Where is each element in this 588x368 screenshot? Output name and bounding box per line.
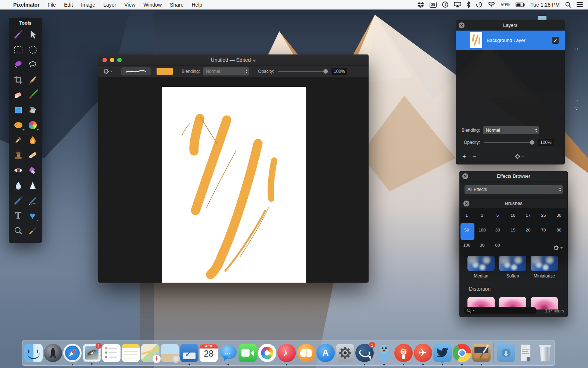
brush-stroke-preview[interactable] — [121, 67, 151, 75]
dock-trash[interactable] — [536, 344, 554, 362]
brush-size-5[interactable]: 5 — [490, 212, 505, 217]
quill-pen-tool[interactable] — [27, 74, 39, 86]
dock-preview[interactable] — [161, 344, 179, 362]
dock-twitter[interactable] — [433, 344, 452, 362]
dock-notes[interactable] — [122, 344, 140, 362]
dock-chrome[interactable] — [453, 344, 471, 362]
smudge-tool[interactable] — [12, 134, 24, 146]
magic-wand-tool[interactable] — [12, 29, 24, 40]
layers-close-icon[interactable]: ✕ — [459, 22, 465, 28]
polygonal-lasso-tool[interactable] — [27, 59, 39, 71]
pen-tool[interactable] — [12, 195, 24, 206]
brushes-gear-button[interactable] — [553, 245, 563, 251]
menu-layer[interactable]: Layer — [103, 2, 116, 8]
magic-eraser-tool[interactable] — [27, 164, 39, 176]
blur-drop-tool[interactable] — [12, 180, 24, 191]
effects-close-icon[interactable]: ✕ — [462, 173, 468, 179]
layers-gear-button[interactable] — [515, 154, 524, 159]
brushes-close-icon[interactable]: ✕ — [463, 201, 469, 206]
ellipse-marquee-tool[interactable] — [27, 44, 39, 56]
rect-marquee-tool[interactable] — [12, 44, 24, 56]
brush-size-30-texture[interactable]: 30 — [475, 242, 490, 247]
brush-size-17[interactable]: 17 — [521, 212, 535, 217]
text-tool[interactable]: T — [12, 210, 24, 222]
sharpen-cone-tool[interactable] — [27, 180, 39, 191]
document-title-bar[interactable]: Untitled — Edited — [98, 54, 369, 66]
paint-bucket-tool[interactable] — [27, 104, 39, 116]
paintbrush-tool[interactable] — [27, 89, 39, 101]
brush-size-30[interactable]: 30 — [490, 227, 505, 232]
layers-opacity-knob[interactable] — [530, 140, 534, 145]
menu-share[interactable]: Share — [170, 2, 183, 8]
dock-flight-app[interactable]: ✈ — [414, 344, 432, 362]
tool-options-gear-button[interactable] — [103, 68, 112, 74]
dock-reminders[interactable] — [102, 344, 121, 362]
blending-dropdown[interactable]: Normal — [203, 67, 249, 75]
dock-downloads-folder[interactable] — [497, 344, 515, 362]
brush-size-70-texture[interactable]: 70 — [536, 227, 551, 232]
brush-size-30-soft[interactable]: 30 — [552, 212, 566, 217]
dock-maps[interactable] — [141, 344, 159, 362]
dock-messages[interactable]: ••• — [219, 344, 237, 362]
dock-system-preferences[interactable] — [336, 344, 354, 362]
wifi-icon[interactable] — [488, 2, 495, 7]
effect-thumb-median[interactable] — [467, 255, 495, 271]
color-wheel-tool[interactable] — [27, 119, 39, 131]
dock-podcasts[interactable] — [394, 344, 413, 362]
brush-size-80-soft[interactable]: 80 — [490, 242, 505, 247]
effect-thumb-soften[interactable] — [499, 255, 526, 271]
menu-file[interactable]: File — [48, 2, 56, 8]
dock-documents-stack[interactable] — [516, 344, 535, 362]
layers-blending-dropdown[interactable]: Normal — [483, 126, 539, 134]
brush-size-1[interactable]: 1 — [459, 212, 474, 217]
crop-tool[interactable] — [12, 74, 24, 86]
airplay-icon[interactable] — [454, 2, 461, 7]
menu-edit[interactable]: Edit — [64, 2, 73, 8]
heart-shape-tool[interactable]: ♥ — [27, 210, 39, 222]
menubar-clock[interactable]: Tue 1:28 PM — [530, 2, 560, 8]
dock-appstore[interactable]: A — [316, 344, 335, 362]
dropbox-icon[interactable] — [417, 2, 424, 8]
dock-chat-app[interactable]: 1 — [355, 344, 374, 362]
burn-flame-tool[interactable] — [27, 134, 39, 146]
dock-ibooks[interactable] — [297, 344, 315, 362]
brush-size-100-faint[interactable]: 100 — [459, 242, 474, 247]
brush-size-10[interactable]: 10 — [506, 212, 520, 217]
spotlight-search-icon[interactable] — [565, 2, 571, 8]
move-arrow-tool[interactable] — [27, 29, 39, 40]
healing-bandage-tool[interactable] — [27, 149, 39, 161]
red-eye-tool[interactable] — [12, 164, 24, 176]
info-circle-icon[interactable] — [442, 1, 448, 8]
color-swatch[interactable] — [157, 68, 173, 75]
lasso-tool[interactable] — [12, 59, 24, 71]
title-chevron-icon[interactable] — [253, 60, 256, 62]
remove-layer-button[interactable]: – — [473, 153, 476, 160]
app-menu-pixelmator[interactable]: Pixelmator — [13, 2, 40, 8]
menu-image[interactable]: Image — [81, 2, 95, 8]
canvas-page[interactable] — [162, 87, 306, 283]
layer-visibility-checkbox[interactable]: ✓ — [552, 37, 559, 44]
eraser-tool[interactable] — [12, 89, 24, 101]
brush-size-20[interactable]: 20 — [521, 227, 535, 232]
dock-calendar[interactable]: APR 28 — [200, 344, 218, 362]
dock-things[interactable]: ✓ — [180, 344, 198, 362]
brush-size-50-selected[interactable]: 50 — [459, 227, 474, 232]
dock-twitterrific[interactable] — [375, 344, 393, 362]
effects-search-field[interactable] — [464, 307, 537, 314]
dock-safari[interactable] — [63, 344, 82, 362]
canvas-area[interactable] — [98, 77, 369, 283]
layers-opacity-slider[interactable] — [484, 142, 534, 143]
add-layer-button[interactable]: + — [462, 153, 466, 160]
bluetooth-icon[interactable] — [467, 1, 470, 8]
shape-fill-tool[interactable] — [12, 104, 24, 116]
brush-size-3[interactable]: 3 — [475, 212, 490, 217]
brush-size-80-texture[interactable]: 80 — [552, 227, 566, 232]
dock-finder[interactable] — [24, 344, 43, 362]
eyedropper-tool[interactable] — [27, 225, 39, 237]
menu-window[interactable]: Window — [143, 2, 162, 8]
freeform-pen-tool[interactable] — [27, 195, 39, 206]
brush-size-15[interactable]: 15 — [506, 227, 520, 232]
dock-photos[interactable] — [258, 344, 276, 362]
opacity-slider[interactable] — [278, 71, 328, 72]
time-machine-icon[interactable] — [476, 1, 482, 8]
